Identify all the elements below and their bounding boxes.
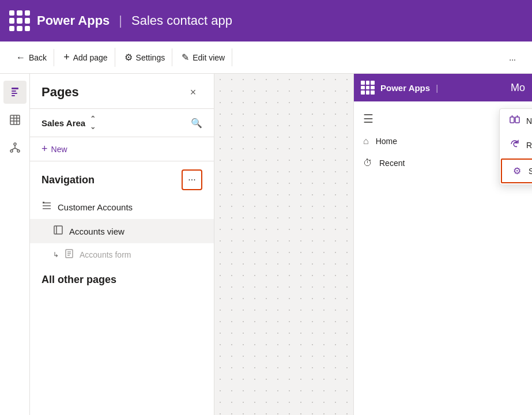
svg-rect-26: [515, 117, 519, 123]
sort-icon: ⌃⌄: [90, 115, 96, 131]
sidebar-item-pages[interactable]: [3, 81, 27, 104]
svg-rect-25: [510, 117, 514, 123]
pages-icon: [9, 86, 21, 98]
preview-app-more: Mo: [511, 82, 525, 94]
back-arrow-icon: ←: [16, 52, 25, 63]
new-label: New: [51, 145, 67, 154]
svg-point-9: [14, 143, 16, 145]
sales-area-left: Sales Area ⌃⌄: [41, 115, 96, 131]
add-page-label: Add page: [73, 53, 108, 62]
accounts-form-label: Accounts form: [80, 250, 131, 259]
navigation-section-header: Navigation ···: [30, 161, 214, 195]
all-other-pages-section: All other pages: [30, 266, 214, 290]
svg-rect-0: [12, 88, 18, 89]
edit-view-label: Edit view: [193, 53, 225, 62]
fork-icon: [9, 142, 21, 153]
edit-view-button[interactable]: ✎ Edit view: [175, 48, 232, 66]
back-label: Back: [29, 53, 47, 62]
preview-app-name: Power Apps: [380, 83, 430, 93]
toolbar: ← Back + Add page ⚙ Settings ✎ Edit view…: [0, 42, 532, 74]
pages-header: Pages ×: [30, 74, 214, 109]
pages-panel: Pages × Sales Area ⌃⌄ 🔍 + New Navigation…: [30, 74, 214, 415]
sidebar-item-table[interactable]: [3, 108, 27, 131]
new-page-row[interactable]: + New: [30, 137, 214, 161]
back-button[interactable]: ← Back: [9, 49, 54, 66]
svg-rect-18: [43, 202, 44, 203]
sub-arrow-icon: ↳: [53, 251, 59, 259]
settings-menu-label: Settings: [529, 167, 532, 176]
icon-sidebar: [0, 74, 30, 415]
home-label: Home: [376, 137, 397, 146]
search-icon[interactable]: 🔍: [191, 118, 202, 129]
new-group-label: New group: [526, 116, 532, 126]
top-bar-title: Power Apps: [37, 13, 110, 28]
accounts-form-item[interactable]: ↳ Accounts form: [30, 243, 214, 266]
home-icon: ⌂: [363, 136, 369, 146]
customer-accounts-label: Customer Accounts: [58, 202, 133, 212]
list-icon: [41, 201, 52, 213]
new-group-icon: [509, 115, 520, 127]
sales-area-row: Sales Area ⌃⌄ 🔍: [30, 109, 214, 137]
app-launcher-icon[interactable]: [9, 10, 30, 31]
top-bar: Power Apps | Sales contact app: [0, 0, 532, 42]
more-button[interactable]: ...: [502, 50, 523, 66]
top-bar-separator: |: [119, 13, 122, 28]
accounts-view-item[interactable]: Accounts view: [30, 219, 214, 243]
clock-icon: ⏱: [363, 158, 372, 168]
settings-gear-icon: ⚙: [511, 165, 523, 176]
navigation-title: Navigation: [41, 174, 95, 186]
settings-menu-item[interactable]: ⚙ Settings: [501, 159, 532, 183]
svg-line-14: [15, 148, 18, 150]
plus-icon: +: [63, 51, 70, 63]
more-icon: ...: [509, 53, 516, 62]
svg-rect-19: [54, 226, 62, 234]
more-dots-icon: ···: [188, 175, 195, 185]
svg-line-13: [12, 148, 15, 150]
context-menu: New group Refresh preview ⚙ Settings: [499, 108, 532, 185]
customer-accounts-item[interactable]: Customer Accounts: [30, 195, 214, 219]
recent-label: Recent: [379, 159, 405, 168]
svg-rect-4: [10, 115, 20, 124]
preview-app-separator: |: [436, 83, 438, 93]
settings-label: Settings: [136, 53, 165, 62]
refresh-preview-menu-item[interactable]: Refresh preview: [500, 133, 532, 157]
pages-title: Pages: [41, 85, 79, 100]
svg-point-11: [17, 150, 20, 152]
close-pages-button[interactable]: ×: [184, 83, 202, 101]
svg-point-10: [10, 150, 13, 152]
plus-new-icon: +: [41, 143, 48, 155]
accounts-form-icon: [65, 249, 74, 260]
all-other-pages-label: All other pages: [41, 274, 116, 285]
gear-icon: ⚙: [124, 52, 133, 63]
svg-rect-3: [12, 95, 15, 96]
accounts-view-icon: [41, 225, 63, 237]
accounts-view-label: Accounts view: [69, 227, 124, 236]
settings-button[interactable]: ⚙ Settings: [118, 48, 173, 66]
preview-app-topbar: Power Apps | Mo: [354, 74, 532, 101]
add-page-button[interactable]: + Add page: [56, 48, 115, 67]
pencil-icon: ✎: [182, 52, 189, 63]
navigation-more-button[interactable]: ···: [182, 169, 202, 190]
svg-rect-1: [12, 90, 16, 92]
sidebar-item-fork[interactable]: [3, 136, 27, 159]
refresh-preview-label: Refresh preview: [526, 141, 532, 150]
new-group-menu-item[interactable]: New group: [500, 109, 532, 133]
close-icon: ×: [190, 86, 197, 99]
svg-rect-2: [12, 93, 17, 94]
refresh-icon: [509, 139, 520, 152]
nav-section-actions: ···: [182, 169, 202, 190]
top-bar-subtitle: Sales contact app: [131, 13, 232, 28]
main-layout: Pages × Sales Area ⌃⌄ 🔍 + New Navigation…: [0, 74, 532, 415]
preview-grid-icon: [361, 81, 375, 95]
sales-area-label: Sales Area: [41, 118, 85, 128]
preview-area: New group Refresh preview ⚙ Settings: [214, 74, 532, 415]
table-icon: [9, 114, 21, 126]
